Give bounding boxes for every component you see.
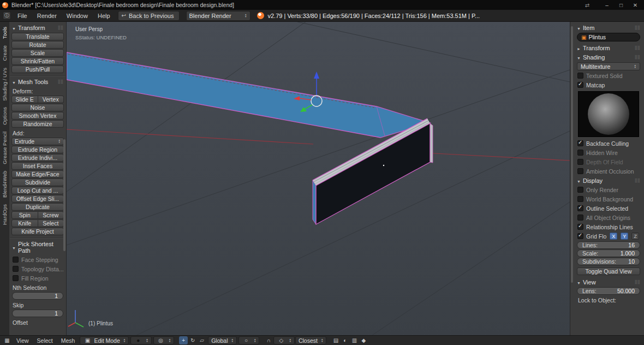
proportional-editing-dropdown[interactable]: ○ bbox=[238, 336, 259, 344]
panel-header-transform[interactable]: Transform bbox=[10, 23, 65, 32]
panel-header-transform-n[interactable]: Transform bbox=[575, 43, 642, 52]
board-end-cap[interactable] bbox=[313, 180, 316, 224]
knife-button[interactable]: Knife bbox=[11, 219, 38, 227]
plank-top-face[interactable] bbox=[67, 52, 430, 138]
panel-grip-icon[interactable] bbox=[58, 26, 63, 30]
snap-magnet-icon[interactable]: ∩ bbox=[264, 336, 273, 344]
object-name-field[interactable]: ▣ Plintus bbox=[577, 33, 640, 41]
viewport-editor-type-icon[interactable]: ▦ bbox=[3, 336, 11, 344]
editor-type-icon[interactable]: ⓘ bbox=[3, 11, 11, 20]
back-to-previous-button[interactable]: ↩ Back to Previous bbox=[118, 11, 180, 21]
screw-button[interactable]: Screw bbox=[38, 211, 64, 219]
tab-create[interactable]: Create bbox=[1, 42, 9, 64]
textured-solid-checkbox[interactable] bbox=[577, 73, 583, 79]
push-pull-button[interactable]: Push/Pull bbox=[11, 66, 64, 73]
menu-file[interactable]: File bbox=[13, 11, 32, 20]
translate-button[interactable]: Translate bbox=[11, 33, 64, 40]
panel-header-shading[interactable]: Shading bbox=[575, 52, 642, 62]
backface-culling-checkbox[interactable] bbox=[577, 140, 583, 146]
axis-y-toggle[interactable]: Y bbox=[621, 233, 628, 240]
world-background-checkbox[interactable] bbox=[577, 196, 583, 202]
smooth-vertex-button[interactable]: Smooth Vertex bbox=[11, 112, 64, 120]
extrude-individual-button[interactable]: Extrude Indivi... bbox=[11, 154, 64, 162]
face-stepping-checkbox[interactable] bbox=[13, 257, 19, 263]
menu-view-3d[interactable]: View bbox=[13, 337, 32, 344]
minimize-button[interactable]: – bbox=[600, 1, 613, 9]
loop-cut-button[interactable]: Loop Cut and ... bbox=[11, 187, 64, 194]
duplicate-button[interactable]: Duplicate bbox=[11, 203, 64, 211]
subdivide-button[interactable]: Subdivide bbox=[11, 179, 64, 186]
language-icon[interactable]: ⇄ bbox=[581, 1, 594, 9]
manipulator-rotate-icon[interactable]: ↻ bbox=[188, 336, 197, 344]
panel-grip-icon[interactable] bbox=[635, 26, 640, 30]
inset-faces-button[interactable]: Inset Faces bbox=[11, 162, 64, 170]
tab-shading-uvs[interactable]: Shading / UVs bbox=[1, 64, 9, 104]
panel-grip-icon[interactable] bbox=[635, 280, 640, 284]
tab-blend4web[interactable]: Blend4Web bbox=[1, 168, 9, 201]
menu-mesh[interactable]: Mesh bbox=[58, 337, 79, 344]
render-animation-icon[interactable]: ◐ bbox=[341, 336, 349, 344]
extrude-region-button[interactable]: Extrude Region bbox=[11, 146, 64, 153]
scale-field[interactable]: Scale: 1.000 bbox=[577, 249, 640, 257]
manipulator-z-arrowhead[interactable] bbox=[314, 72, 319, 79]
viewport-shading-dropdown[interactable]: ● bbox=[130, 336, 151, 344]
render-opengl-icon[interactable]: ▤ bbox=[331, 336, 340, 344]
shading-mode-dropdown[interactable]: Multitexture bbox=[577, 62, 640, 70]
offset-edge-slide-button[interactable]: Offset Edge Sli... bbox=[11, 195, 64, 203]
only-render-checkbox[interactable] bbox=[577, 187, 583, 193]
vertex-dot[interactable] bbox=[383, 165, 384, 166]
scale-button[interactable]: Scale bbox=[11, 49, 64, 57]
toggle-quad-view-button[interactable]: Toggle Quad View bbox=[577, 267, 640, 275]
lens-field[interactable]: Lens: 50.000 bbox=[577, 287, 640, 295]
outline-selected-checkbox[interactable] bbox=[577, 205, 583, 211]
maximize-button[interactable]: □ bbox=[615, 1, 628, 9]
shrink-fatten-button[interactable]: Shrink/Fatten bbox=[11, 57, 64, 65]
make-edge-face-button[interactable]: Make Edge/Face bbox=[11, 170, 64, 178]
menu-render[interactable]: Render bbox=[33, 11, 61, 20]
panel-grip-icon[interactable] bbox=[58, 80, 63, 84]
ambient-occlusion-checkbox[interactable] bbox=[577, 168, 583, 174]
properties-scrollbar[interactable] bbox=[571, 26, 573, 283]
matcap-preview[interactable] bbox=[578, 91, 639, 137]
nth-selection-field[interactable]: 1 bbox=[12, 292, 63, 300]
mode-dropdown[interactable]: ▣ Edit Mode bbox=[80, 336, 129, 344]
snap-target-dropdown[interactable]: Closest bbox=[295, 336, 326, 344]
vertex-slide-button[interactable]: Vertex bbox=[38, 96, 64, 103]
panel-grip-icon[interactable] bbox=[635, 55, 640, 60]
3d-scene[interactable] bbox=[67, 22, 570, 335]
tab-hardops[interactable]: HardOps bbox=[1, 201, 9, 228]
manipulator-scale-icon[interactable]: ▱ bbox=[198, 336, 206, 344]
panel-header-item[interactable]: Item bbox=[575, 23, 642, 32]
knife-project-button[interactable]: Knife Project bbox=[11, 228, 64, 235]
menu-select[interactable]: Select bbox=[34, 337, 56, 344]
panel-header-mesh-tools[interactable]: Mesh Tools bbox=[10, 77, 65, 86]
board-right-edge[interactable] bbox=[430, 123, 433, 163]
panel-header-view[interactable]: View bbox=[575, 277, 642, 287]
spin-button[interactable]: Spin bbox=[11, 211, 38, 219]
noise-button[interactable]: Noise bbox=[11, 104, 64, 111]
grid-floor-checkbox[interactable] bbox=[577, 233, 583, 239]
close-button[interactable]: ✕ bbox=[629, 1, 642, 9]
hidden-wire-checkbox[interactable] bbox=[577, 150, 583, 156]
tool-shelf-scrollbar[interactable] bbox=[63, 139, 65, 251]
edge-slide-button[interactable]: Slide E bbox=[11, 96, 38, 103]
tab-tools[interactable]: Tools bbox=[1, 23, 9, 42]
manipulator-translate-icon[interactable]: + bbox=[179, 336, 188, 344]
depth-of-field-checkbox[interactable] bbox=[577, 159, 583, 165]
axis-z-toggle[interactable]: Z bbox=[631, 233, 639, 240]
skip-field[interactable]: 1 bbox=[12, 310, 63, 317]
lines-field[interactable]: Lines: 16 bbox=[577, 241, 640, 249]
panel-header-pick-shortest-path[interactable]: Pick Shortest Path bbox=[10, 239, 65, 255]
fill-region-checkbox[interactable] bbox=[13, 275, 19, 281]
subdivisions-field[interactable]: Subdivisions: 10 bbox=[577, 258, 640, 265]
relationship-lines-checkbox[interactable] bbox=[577, 224, 583, 230]
panel-header-display[interactable]: Display bbox=[575, 176, 642, 185]
render-options-icon[interactable]: ◆ bbox=[359, 336, 368, 344]
all-object-origins-checkbox[interactable] bbox=[577, 215, 583, 221]
tab-grease-pencil[interactable]: Grease Pencil bbox=[1, 128, 9, 168]
knife-select-button[interactable]: Select bbox=[38, 219, 64, 227]
snap-element-dropdown[interactable]: ◇ bbox=[273, 336, 294, 344]
matcap-checkbox[interactable] bbox=[577, 82, 583, 88]
axis-x-toggle[interactable]: X bbox=[610, 233, 617, 240]
render-still-icon[interactable]: ▥ bbox=[350, 336, 359, 344]
